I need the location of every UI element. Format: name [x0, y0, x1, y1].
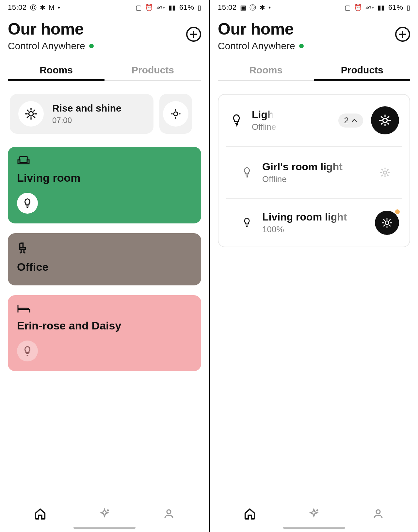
nav-home[interactable]	[242, 506, 258, 522]
tab-bar: Rooms Products	[8, 61, 201, 81]
product-status: Offline	[262, 174, 363, 184]
tab-products[interactable]: Products	[104, 61, 201, 80]
online-indicator	[89, 44, 94, 48]
content-products: Lights Offline 2	[218, 81, 410, 499]
nav-automations[interactable]	[306, 506, 322, 522]
bottom-nav	[8, 499, 201, 525]
group-light-toggle[interactable]	[371, 106, 399, 134]
room-light-toggle[interactable]	[17, 193, 38, 214]
svg-point-9	[174, 112, 178, 116]
room-name: Living room	[17, 172, 192, 184]
nav-profile[interactable]	[161, 506, 177, 522]
product-group-name: Lights	[252, 109, 291, 121]
page-subtitle: Control Anywhere	[8, 40, 85, 52]
page-title: Our home	[218, 20, 410, 38]
page-subtitle: Control Anywhere	[218, 40, 295, 52]
room-light-toggle[interactable]	[17, 341, 38, 361]
product-group-status: Offline	[252, 122, 291, 132]
status-bar: 15:02 Ⓓ ✱ M • ▢ ⏰ 4G+ ▮▮ 61% ▯	[8, 0, 201, 14]
nosim-icon: ▢	[345, 4, 351, 11]
svg-line-22	[381, 123, 382, 124]
scene-card[interactable]: Rise and shine 07:00	[10, 94, 153, 134]
svg-line-31	[382, 175, 383, 176]
tab-bar: Rooms Products	[218, 61, 410, 81]
nosim-icon: ▢	[136, 4, 142, 11]
product-group-row[interactable]: Lights Offline 2	[226, 95, 402, 147]
bulb-icon	[239, 217, 254, 228]
alarm-icon: ⏰	[145, 4, 153, 11]
snow-icon: ✱	[40, 4, 46, 11]
notification-dot	[395, 209, 400, 214]
page-title: Our home	[8, 20, 201, 38]
svg-line-38	[384, 220, 385, 220]
svg-point-33	[385, 221, 389, 224]
room-name: Erin-rose and Daisy	[17, 319, 192, 332]
tab-products[interactable]: Products	[314, 61, 410, 80]
add-button[interactable]	[395, 27, 410, 42]
nav-automations[interactable]	[97, 506, 112, 522]
battery-icon: ▯	[198, 4, 201, 11]
svg-point-15	[383, 118, 387, 122]
page-header: Our home Control Anywhere	[218, 14, 410, 52]
page-header: Our home Control Anywhere	[8, 14, 201, 52]
status-time: 15:02	[8, 3, 27, 12]
room-card-office[interactable]: Office	[8, 233, 201, 285]
svg-line-32	[387, 169, 388, 170]
alarm-icon: ⏰	[354, 4, 362, 11]
product-row[interactable]: Girl's room light Offline	[226, 147, 402, 199]
product-row[interactable]: Living room light 100%	[226, 199, 402, 247]
snow-icon: ✱	[260, 4, 265, 11]
chair-icon	[17, 242, 192, 255]
svg-line-39	[389, 225, 390, 226]
network-type: 4G+	[366, 6, 374, 10]
discord-icon: Ⓓ	[30, 4, 37, 11]
battery-percent: 61%	[388, 3, 403, 12]
bulb-bolt-icon	[229, 114, 244, 127]
svg-point-0	[29, 112, 33, 116]
tab-rooms[interactable]: Rooms	[218, 61, 314, 80]
tab-rooms[interactable]: Rooms	[8, 61, 104, 80]
bottom-nav	[218, 499, 410, 525]
svg-line-41	[389, 220, 390, 220]
nav-home[interactable]	[32, 506, 48, 522]
discord-icon: Ⓓ	[249, 4, 256, 11]
svg-line-40	[384, 225, 385, 226]
signal-icon: ▮▮	[169, 4, 176, 11]
svg-line-23	[388, 116, 389, 117]
image-icon: ▣	[240, 4, 247, 11]
status-bar: 15:02 ▣ Ⓓ ✱ • ▢ ⏰ 4G+ ▮▮ 61% ▯	[218, 0, 410, 14]
room-card-bedroom[interactable]: Erin-rose and Daisy	[8, 295, 201, 371]
svg-line-5	[27, 110, 28, 111]
scene-card-peek[interactable]	[159, 94, 192, 134]
product-count: 2	[344, 115, 349, 126]
product-count-pill[interactable]: 2	[338, 114, 363, 128]
scene-time: 07:00	[52, 116, 121, 125]
chevron-up-icon	[351, 118, 357, 122]
gesture-handle[interactable]	[283, 527, 345, 529]
product-light-toggle[interactable]	[375, 211, 399, 235]
bulb-bolt-icon	[239, 167, 254, 178]
status-time: 15:02	[218, 3, 237, 12]
add-button[interactable]	[186, 27, 201, 42]
svg-line-30	[387, 175, 388, 176]
product-name: Girl's room light	[262, 161, 363, 173]
svg-line-8	[34, 110, 35, 111]
product-light-toggle[interactable]	[371, 159, 399, 187]
scenes-row[interactable]: Rise and shine 07:00	[8, 94, 201, 134]
content-rooms: Rise and shine 07:00	[8, 81, 201, 499]
bed-icon	[17, 304, 192, 313]
svg-point-24	[383, 171, 387, 174]
phone-screen-rooms: 15:02 Ⓓ ✱ M • ▢ ⏰ 4G+ ▮▮ 61% ▯ Our home …	[0, 0, 209, 532]
nav-profile[interactable]	[370, 506, 386, 522]
svg-line-20	[381, 116, 382, 117]
room-card-living-room[interactable]: Living room	[8, 147, 201, 223]
scene-name: Rise and shine	[52, 103, 121, 114]
network-type: 4G+	[157, 6, 165, 10]
gesture-handle[interactable]	[73, 527, 136, 529]
svg-line-6	[34, 116, 35, 118]
svg-line-29	[382, 169, 383, 170]
battery-percent: 61%	[179, 3, 194, 12]
svg-point-42	[376, 510, 380, 514]
sun-icon	[18, 101, 44, 127]
dot-icon: •	[268, 4, 271, 11]
